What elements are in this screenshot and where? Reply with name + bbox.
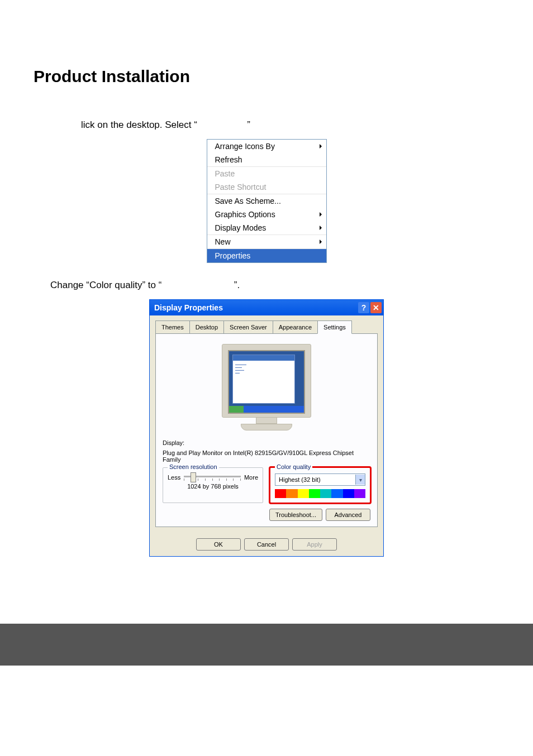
menu-item-label: Properties	[215, 251, 251, 260]
menu-item-label: Display Modes	[215, 223, 266, 232]
submenu-arrow-icon	[320, 240, 322, 244]
page-heading: Product Installation	[34, 67, 499, 86]
submenu-arrow-icon	[320, 212, 322, 217]
tab-desktop[interactable]: Desktop	[189, 320, 224, 333]
advanced-button[interactable]: Advanced	[326, 509, 370, 521]
close-button[interactable]: ✕	[370, 302, 382, 313]
display-value: Plug and Play Monitor on Intel(R) 82915G…	[163, 449, 370, 463]
step-1-text-after: ”	[247, 119, 250, 130]
dialog-tabs: Themes Desktop Screen Saver Appearance S…	[155, 320, 378, 334]
step-1-text: lick on the desktop. Select “ ”	[81, 119, 499, 131]
page-footer-band	[0, 624, 533, 666]
desktop-context-menu: Arrange Icons By Refresh Paste Paste Sho…	[207, 139, 327, 263]
color-quality-title: Color quality	[275, 463, 312, 470]
step-1-text-before: lick on the desktop. Select “	[81, 119, 197, 130]
menu-item-label: New	[215, 237, 231, 246]
menu-display-modes[interactable]: Display Modes	[207, 221, 326, 235]
apply-button: Apply	[292, 538, 337, 551]
menu-properties[interactable]: Properties	[207, 249, 326, 262]
dropdown-arrow-icon: ▾	[355, 475, 365, 485]
help-icon: ?	[361, 303, 367, 312]
tab-appearance[interactable]: Appearance	[273, 320, 318, 333]
menu-item-label: Graphics Options	[215, 210, 275, 219]
menu-item-label: Refresh	[215, 155, 242, 164]
step-2-text-after: ”.	[234, 280, 240, 290]
menu-refresh[interactable]: Refresh	[207, 153, 326, 166]
ok-button[interactable]: OK	[196, 538, 241, 551]
screen-resolution-title: Screen resolution	[168, 463, 219, 470]
submenu-arrow-icon	[320, 144, 322, 149]
display-label: Display:	[163, 439, 370, 446]
color-quality-value: Highest (32 bit)	[275, 476, 355, 483]
menu-graphics-options[interactable]: Graphics Options	[207, 208, 326, 221]
cancel-button[interactable]: Cancel	[244, 538, 289, 551]
dialog-title-text: Display Properties	[154, 303, 223, 312]
menu-paste-shortcut: Paste Shortcut	[207, 180, 326, 194]
color-quality-select[interactable]: Highest (32 bit) ▾	[275, 473, 365, 486]
menu-item-label: Paste	[215, 169, 235, 178]
dialog-title-bar: Display Properties ? ✕	[150, 300, 383, 315]
tab-themes[interactable]: Themes	[155, 320, 190, 333]
screen-resolution-group: Screen resolution Less More 1024 b	[163, 467, 263, 503]
troubleshoot-button[interactable]: Troubleshoot...	[269, 509, 322, 521]
step-2-text: Change “Color quality” to “ ”.	[50, 280, 499, 291]
menu-new[interactable]: New	[207, 235, 326, 248]
step-2-text-before: Change “Color quality” to “	[50, 280, 161, 290]
display-properties-dialog: Display Properties ? ✕ Themes Desktop Sc…	[149, 299, 384, 557]
monitor-preview: ▬▬▬▬▬▬▬▬▬▬▬▬▬▬	[222, 344, 311, 430]
resolution-slider[interactable]	[184, 473, 241, 481]
tab-screen-saver[interactable]: Screen Saver	[223, 320, 273, 333]
menu-item-label: Paste Shortcut	[215, 183, 266, 192]
menu-arrange-icons-by[interactable]: Arrange Icons By	[207, 140, 326, 153]
color-quality-group: Color quality Highest (32 bit) ▾	[270, 467, 370, 503]
slider-thumb[interactable]	[191, 472, 196, 482]
menu-save-as-scheme[interactable]: Save As Scheme...	[207, 194, 326, 208]
menu-paste: Paste	[207, 167, 326, 180]
tab-settings[interactable]: Settings	[317, 320, 352, 334]
help-button[interactable]: ?	[358, 302, 369, 313]
slider-more-label: More	[244, 474, 258, 481]
menu-item-label: Save As Scheme...	[215, 197, 281, 205]
submenu-arrow-icon	[320, 226, 322, 230]
resolution-value: 1024 by 768 pixels	[168, 483, 258, 490]
menu-item-label: Arrange Icons By	[215, 142, 275, 151]
color-quality-swatch	[275, 489, 365, 498]
slider-less-label: Less	[168, 474, 180, 481]
close-icon: ✕	[373, 303, 379, 312]
